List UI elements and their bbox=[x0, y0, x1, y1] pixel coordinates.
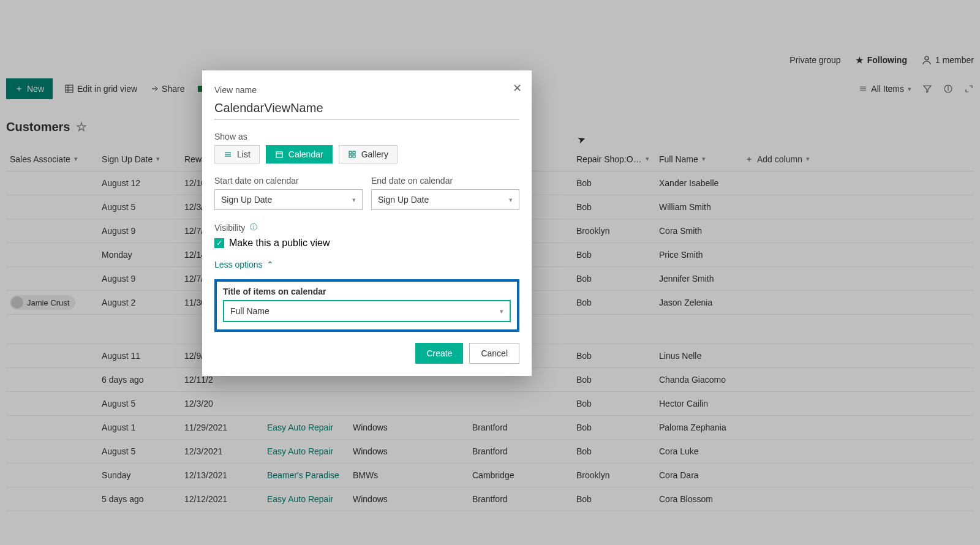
svg-rect-15 bbox=[276, 152, 282, 157]
calendar-icon bbox=[275, 150, 284, 159]
chevron-up-icon: ⌃ bbox=[266, 260, 274, 269]
view-name-label: View name bbox=[214, 85, 519, 95]
chevron-down-icon: ▾ bbox=[509, 196, 513, 204]
list-icon bbox=[224, 150, 232, 159]
view-name-input[interactable] bbox=[214, 99, 519, 119]
close-button[interactable]: ✕ bbox=[513, 81, 522, 95]
show-as-gallery[interactable]: Gallery bbox=[339, 145, 398, 164]
gallery-icon bbox=[348, 150, 356, 159]
public-view-label: Make this a public view bbox=[229, 238, 330, 249]
chevron-down-icon: ▾ bbox=[500, 307, 503, 315]
less-options-toggle[interactable]: Less options ⌃ bbox=[214, 260, 519, 269]
show-as-list[interactable]: List bbox=[214, 145, 260, 164]
start-date-select[interactable]: Sign Up Date ▾ bbox=[214, 189, 363, 210]
visibility-label: Visibility ⓘ bbox=[214, 222, 519, 233]
cancel-button[interactable]: Cancel bbox=[469, 343, 519, 364]
title-items-section: Title of items on calendar Full Name ▾ bbox=[214, 279, 519, 332]
svg-rect-18 bbox=[353, 151, 355, 154]
svg-rect-17 bbox=[349, 151, 352, 154]
end-date-label: End date on calendar bbox=[371, 176, 519, 186]
end-date-select[interactable]: Sign Up Date ▾ bbox=[371, 189, 519, 210]
create-view-dialog: ✕ View name Show as List Calendar Galler… bbox=[202, 70, 532, 376]
svg-rect-20 bbox=[353, 155, 355, 157]
svg-rect-19 bbox=[349, 155, 352, 157]
show-as-label: Show as bbox=[214, 132, 519, 141]
public-view-checkbox[interactable]: ✓ bbox=[214, 238, 224, 248]
create-button[interactable]: Create bbox=[415, 343, 463, 364]
title-items-label: Title of items on calendar bbox=[223, 287, 511, 296]
title-items-select[interactable]: Full Name ▾ bbox=[223, 300, 511, 322]
info-circle-icon[interactable]: ⓘ bbox=[250, 222, 257, 233]
show-as-calendar[interactable]: Calendar bbox=[266, 145, 333, 164]
chevron-down-icon: ▾ bbox=[352, 196, 356, 204]
close-icon: ✕ bbox=[513, 82, 522, 94]
start-date-label: Start date on calendar bbox=[214, 176, 363, 186]
